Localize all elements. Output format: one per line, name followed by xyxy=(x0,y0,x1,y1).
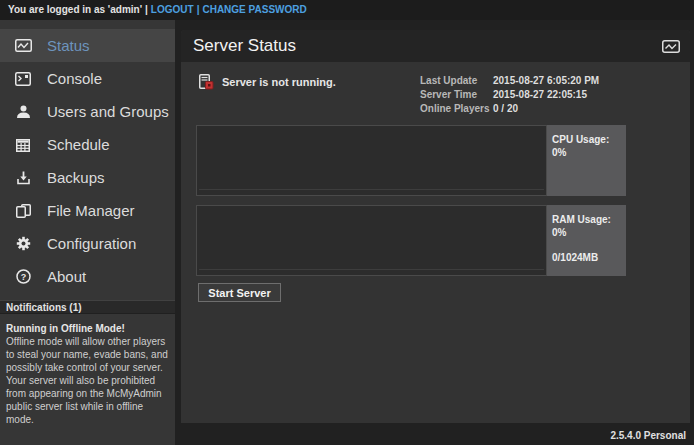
sidebar-item-label: Backups xyxy=(47,169,105,186)
notifications-header: Notifications (1) xyxy=(0,300,175,314)
server-stopped-icon xyxy=(198,74,214,90)
info-value: 2015-08-27 22:05:15 xyxy=(493,88,587,102)
mcmyadmin-window: You are logged in as 'admin'|LOGOUT|CHAN… xyxy=(0,0,694,445)
sidebar: Status Console Users and Groups Schedule xyxy=(0,20,175,445)
server-info-block: Last Update 2015-08-27 6:05:20 PM Server… xyxy=(420,74,599,116)
ram-usage-label: RAM Usage: 0% 0/1024MB xyxy=(547,205,626,276)
ram-usage-title: RAM Usage: xyxy=(552,213,621,226)
configuration-icon xyxy=(14,235,32,253)
schedule-icon xyxy=(14,136,32,154)
sidebar-item-backups[interactable]: Backups xyxy=(0,161,175,194)
cpu-usage-value: 0% xyxy=(552,146,621,159)
server-status-row: Server is not running. xyxy=(198,74,336,90)
sidebar-item-schedule[interactable]: Schedule xyxy=(0,128,175,161)
file-manager-icon xyxy=(14,202,32,220)
notification-text: Offline mode will allow other players to… xyxy=(6,335,169,426)
ram-usage-value: 0% xyxy=(552,226,621,239)
users-icon xyxy=(14,103,32,121)
console-icon xyxy=(14,70,32,88)
info-row: Online Players 0 / 20 xyxy=(420,102,599,116)
notifications-body: Running in Offline Mode! Offline mode wi… xyxy=(0,318,175,426)
info-label: Last Update xyxy=(420,74,493,88)
chart-icon[interactable] xyxy=(662,40,690,53)
cpu-usage-title: CPU Usage: xyxy=(552,133,621,146)
ram-usage-section: RAM Usage: 0% 0/1024MB xyxy=(196,205,626,276)
change-password-link[interactable]: CHANGE PASSWORD xyxy=(202,4,306,15)
svg-text:?: ? xyxy=(20,272,26,282)
notification-title: Running in Offline Mode! xyxy=(6,322,169,335)
backups-icon xyxy=(14,169,32,187)
sidebar-item-label: Users and Groups xyxy=(47,103,169,120)
status-icon xyxy=(14,37,32,55)
sidebar-item-label: About xyxy=(47,268,86,285)
sidebar-item-status[interactable]: Status xyxy=(0,29,175,62)
cpu-usage-section: CPU Usage: 0% xyxy=(196,125,626,196)
topbar-separator: | xyxy=(142,4,151,15)
ram-usage-graph xyxy=(196,205,547,276)
status-message: Server is not running. xyxy=(222,76,336,88)
sidebar-item-users-and-groups[interactable]: Users and Groups xyxy=(0,95,175,128)
info-label: Online Players xyxy=(420,102,493,116)
info-value: 0 / 20 xyxy=(493,102,518,116)
sidebar-item-about[interactable]: ? About xyxy=(0,260,175,293)
main-area: Server Status Server is not running. Las… xyxy=(175,20,694,445)
sidebar-item-label: Configuration xyxy=(47,235,136,252)
logged-in-text: You are logged in as 'admin' xyxy=(8,4,142,15)
start-server-button[interactable]: Start Server xyxy=(198,283,281,302)
ram-usage-detail: 0/1024MB xyxy=(552,251,621,264)
sidebar-menu: Status Console Users and Groups Schedule xyxy=(0,29,175,293)
sidebar-item-label: Console xyxy=(47,70,102,87)
sidebar-item-configuration[interactable]: Configuration xyxy=(0,227,175,260)
server-status-panel: Server Status Server is not running. Las… xyxy=(181,30,690,423)
logout-link[interactable]: LOGOUT xyxy=(151,4,194,15)
sidebar-item-label: File Manager xyxy=(47,202,135,219)
info-label: Server Time xyxy=(420,88,493,102)
info-row: Server Time 2015-08-27 22:05:15 xyxy=(420,88,599,102)
panel-header: Server Status xyxy=(181,30,690,62)
sidebar-item-console[interactable]: Console xyxy=(0,62,175,95)
page-title: Server Status xyxy=(181,36,662,56)
sidebar-item-label: Schedule xyxy=(47,136,110,153)
info-value: 2015-08-27 6:05:20 PM xyxy=(493,74,599,88)
cpu-usage-label: CPU Usage: 0% xyxy=(547,125,626,196)
cpu-usage-graph xyxy=(196,125,547,196)
sidebar-item-label: Status xyxy=(47,37,90,54)
version-label: 2.5.4.0 Personal xyxy=(610,430,686,441)
topbar: You are logged in as 'admin'|LOGOUT|CHAN… xyxy=(0,0,694,20)
info-row: Last Update 2015-08-27 6:05:20 PM xyxy=(420,74,599,88)
about-icon: ? xyxy=(14,268,32,286)
sidebar-item-file-manager[interactable]: File Manager xyxy=(0,194,175,227)
